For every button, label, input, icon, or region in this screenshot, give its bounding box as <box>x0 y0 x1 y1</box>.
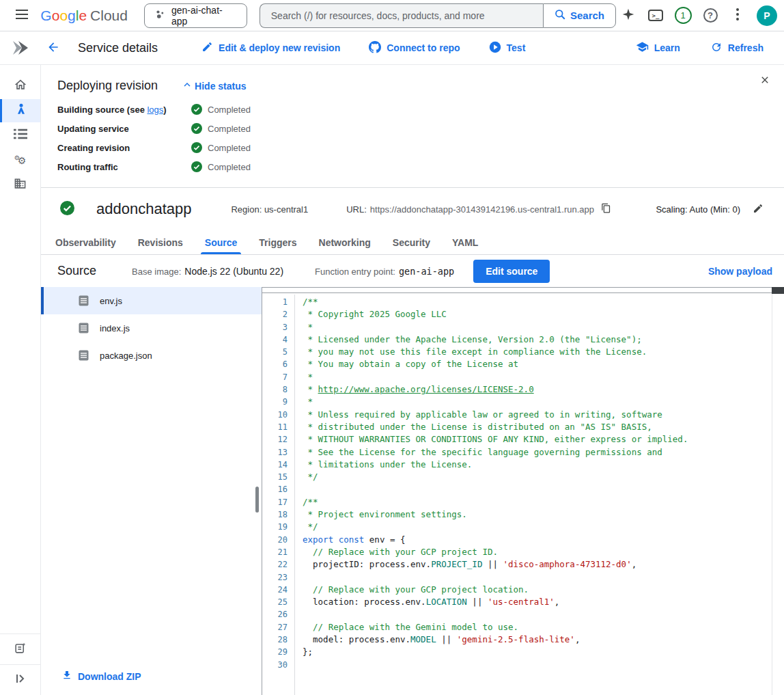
cloud-shell-button[interactable]: >_ <box>643 3 668 28</box>
code-line <box>303 571 688 584</box>
refresh-label: Refresh <box>728 42 764 53</box>
status-value: Completed <box>208 105 251 115</box>
line-number: 3 <box>262 321 288 333</box>
line-number: 13 <box>262 446 288 459</box>
deploy-status-panel: Deploying revision Hide status Building … <box>41 65 784 188</box>
code-lines[interactable]: /** * Copyright 2025 Google LLC * * Lice… <box>295 295 688 695</box>
horizontal-scrollbar[interactable] <box>262 287 772 293</box>
show-payload-link[interactable]: Show payload <box>708 266 772 277</box>
line-number: 19 <box>262 521 288 533</box>
search-input[interactable] <box>260 3 543 28</box>
line-number: 23 <box>262 571 288 584</box>
connect-repo-button[interactable]: Connect to repo <box>363 37 465 59</box>
line-number: 14 <box>262 459 288 471</box>
rail-organization[interactable] <box>0 172 40 197</box>
line-number: 29 <box>262 646 288 658</box>
search-button[interactable]: Search <box>543 3 616 28</box>
service-name: addonchatapp <box>96 200 191 218</box>
file-name: env.js <box>100 296 122 306</box>
help-icon: ? <box>703 8 718 23</box>
entry-point-value: gen-ai-app <box>399 266 454 277</box>
code-editor[interactable]: 1234567891011121314151617181920212223242… <box>262 287 784 695</box>
tab-revisions[interactable]: Revisions <box>127 230 194 254</box>
close-status-button[interactable] <box>759 74 770 87</box>
tab-triggers[interactable]: Triggers <box>248 230 307 254</box>
list-icon <box>14 128 27 143</box>
base-image-label: Base image: <box>132 267 181 277</box>
github-icon <box>369 41 381 55</box>
line-number: 16 <box>262 483 288 495</box>
search-button-label: Search <box>570 10 604 21</box>
file-row-env.js[interactable]: env.js <box>41 287 262 314</box>
file-icon <box>79 295 89 306</box>
vertical-scrollbar-thumb[interactable] <box>772 287 784 294</box>
tab-networking[interactable]: Networking <box>308 230 382 254</box>
code-line: // Replace with the Gemini model to use. <box>303 621 688 633</box>
status-row: Routing trafficCompleted <box>57 161 768 172</box>
top-app-bar: Google Cloud gen-ai-chat-app Search <box>0 0 784 31</box>
code-line: location: process.env.LOCATION || 'us-ce… <box>303 596 688 608</box>
code-line: model: process.env.MODEL || 'gemini-2.5-… <box>303 633 688 646</box>
source-toolbar: Source Base image: Node.js 22 (Ubuntu 22… <box>41 255 784 287</box>
line-number: 12 <box>262 433 288 446</box>
service-status-check-icon <box>60 201 74 218</box>
rail-release-notes[interactable] <box>0 634 40 664</box>
download-zip-button[interactable]: Download ZIP <box>61 670 141 683</box>
test-button[interactable]: Test <box>484 37 531 59</box>
project-selector[interactable]: gen-ai-chat-app <box>144 3 247 28</box>
graduation-cap-icon <box>636 40 649 55</box>
hide-status-button[interactable]: Hide status <box>181 79 246 93</box>
test-label: Test <box>507 42 526 53</box>
project-name: gen-ai-chat-app <box>171 5 237 27</box>
line-number: 27 <box>262 621 288 633</box>
rail-expand-panel[interactable] <box>0 665 40 695</box>
rail-services-list[interactable] <box>0 123 40 148</box>
file-row-index.js[interactable]: index.js <box>41 314 262 342</box>
copy-url-button[interactable] <box>601 202 611 216</box>
settings-gears-icon: ⚙⚙ <box>14 155 27 165</box>
code-line: */ <box>303 471 688 483</box>
line-number: 6 <box>262 358 288 370</box>
collapse-panel-icon <box>15 674 26 686</box>
edit-scaling-button[interactable] <box>753 203 764 216</box>
tab-source[interactable]: Source <box>194 230 248 254</box>
tab-security[interactable]: Security <box>382 230 441 254</box>
service-url[interactable]: https://addonchatapp-301439142196.us-cen… <box>370 204 594 215</box>
code-line: * limitations under the License. <box>303 459 688 471</box>
more-options-button[interactable] <box>725 3 750 28</box>
status-label: Routing traffic <box>57 162 191 172</box>
rail-home[interactable] <box>0 74 40 98</box>
rail-integrations[interactable]: ⚙⚙ <box>0 148 40 172</box>
help-button[interactable]: ? <box>698 3 723 28</box>
main-content: Deploying revision Hide status Building … <box>41 65 784 695</box>
file-name: package.json <box>100 351 152 361</box>
refresh-button[interactable]: Refresh <box>705 37 769 59</box>
back-button[interactable] <box>41 36 66 60</box>
line-number: 9 <box>262 396 288 408</box>
code-line: export const env = { <box>303 534 688 546</box>
tab-observability[interactable]: Observability <box>44 230 127 254</box>
line-number: 1 <box>262 296 288 308</box>
learn-button[interactable]: Learn <box>630 36 686 59</box>
code-line: // Replace with your GCP project ID. <box>303 546 688 558</box>
active-sessions-button[interactable]: 1 <box>671 3 695 28</box>
rail-cloud-run[interactable] <box>0 99 40 122</box>
file-row-package.json[interactable]: package.json <box>41 342 262 369</box>
tab-yaml[interactable]: YAML <box>441 230 489 254</box>
edit-deploy-button[interactable]: Edit & deploy new revision <box>196 37 346 59</box>
gcp-console: Google Cloud gen-ai-chat-app Search <box>0 0 784 695</box>
vertical-scrollbar-track[interactable] <box>772 294 784 695</box>
line-number: 28 <box>262 633 288 646</box>
code-line: * Licensed under the Apache License, Ver… <box>303 333 688 346</box>
logs-link[interactable]: logs <box>147 105 163 115</box>
google-cloud-logo[interactable]: Google Cloud <box>40 8 128 24</box>
line-number: 4 <box>262 333 288 346</box>
line-number: 17 <box>262 496 288 508</box>
refresh-icon <box>710 41 723 55</box>
gemini-button[interactable] <box>616 3 641 28</box>
edit-source-button[interactable]: Edit source <box>473 260 550 283</box>
line-number: 18 <box>262 508 288 521</box>
main-menu-button[interactable] <box>10 3 33 28</box>
panel-scrollbar-thumb[interactable] <box>255 487 259 513</box>
user-avatar[interactable]: P <box>757 5 777 26</box>
